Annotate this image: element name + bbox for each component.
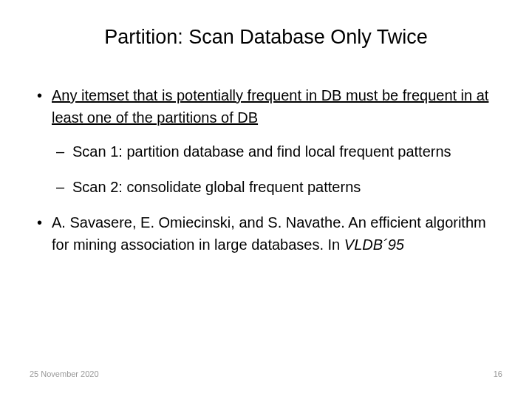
slide-content: Any itemset that is potentially frequent…: [30, 84, 502, 256]
sub-bullet-2: Scan 2: consolidate global frequent patt…: [52, 176, 502, 198]
sub-bullet-1: Scan 1: partition database and find loca…: [52, 140, 502, 163]
bullet-item-2: A. Savasere, E. Omiecinski, and S. Navat…: [30, 211, 502, 256]
footer-page-number: 16: [494, 369, 502, 378]
bullet-list: Any itemset that is potentially frequent…: [30, 84, 502, 256]
citation-venue: VLDB´95: [344, 236, 404, 253]
slide-footer: 25 November 2020 16: [30, 369, 502, 378]
slide-title: Partition: Scan Database Only Twice: [30, 26, 502, 49]
citation-in: In: [328, 236, 344, 253]
sub-bullet-list: Scan 1: partition database and find loca…: [52, 140, 502, 198]
bullet-item-1: Any itemset that is potentially frequent…: [30, 84, 502, 198]
bullet-1-text: Any itemset that is potentially frequent…: [52, 87, 488, 126]
slide: Partition: Scan Database Only Twice Any …: [0, 0, 532, 399]
footer-date: 25 November 2020: [30, 369, 99, 378]
citation-authors: A. Savasere, E. Omiecinski, and S. Navat…: [52, 214, 348, 231]
